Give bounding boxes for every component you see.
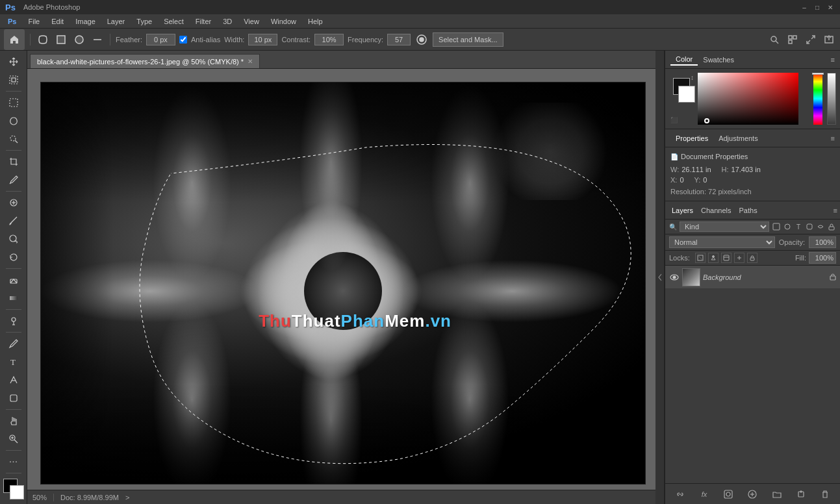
heal-tool[interactable] <box>5 194 22 211</box>
lock-artboard-icon[interactable] <box>721 253 732 263</box>
rect-marquee-icon[interactable] <box>54 32 68 47</box>
pen-tool[interactable] <box>5 335 22 352</box>
color-spectrum[interactable] <box>698 73 808 125</box>
menu-select[interactable]: Select <box>159 16 189 27</box>
menu-view[interactable]: View <box>238 16 264 27</box>
opacity-input[interactable] <box>809 236 836 248</box>
expand-icon[interactable] <box>804 32 818 47</box>
width-input[interactable] <box>248 34 277 45</box>
filter-pixel-icon[interactable] <box>772 222 781 231</box>
layer-visibility-toggle[interactable] <box>669 273 680 282</box>
color-swatches[interactable] <box>3 479 24 499</box>
document-tab[interactable]: black-and-white-pictures-of-flowers-26-1… <box>30 54 260 68</box>
gradient-tool[interactable] <box>5 290 22 307</box>
add-adjustment-button[interactable] <box>746 488 759 501</box>
fx-button[interactable]: fx <box>698 488 711 501</box>
tab-close-button[interactable]: ✕ <box>248 58 253 65</box>
fill-input[interactable] <box>809 252 836 264</box>
move-tool[interactable] <box>5 53 22 70</box>
tab-paths[interactable]: Paths <box>735 205 761 216</box>
tab-channels[interactable]: Channels <box>697 205 735 216</box>
new-layer-button[interactable] <box>795 488 808 501</box>
ellipse-marquee-icon[interactable] <box>72 32 86 47</box>
menu-3d[interactable]: 3D <box>218 16 237 27</box>
zoom-tool[interactable] <box>5 431 22 447</box>
new-group-button[interactable] <box>770 488 783 501</box>
spectrum-gradient[interactable] <box>698 73 798 125</box>
menu-help[interactable]: Help <box>303 16 328 27</box>
quick-select-tool[interactable] <box>5 131 22 147</box>
hand-tool[interactable] <box>5 412 22 429</box>
add-mask-button[interactable] <box>722 488 735 501</box>
contrast-input[interactable] <box>314 34 344 45</box>
lock-position-icon[interactable] <box>734 253 745 263</box>
filter-smart-icon[interactable] <box>816 222 825 231</box>
canvas-wrapper[interactable]: ThuThuatPhanMem.vn <box>27 69 655 490</box>
select-mask-button[interactable]: Select and Mask... <box>433 32 503 47</box>
menu-file[interactable]: File <box>23 16 45 27</box>
crop-tool[interactable] <box>5 153 22 170</box>
menu-image[interactable]: Image <box>70 16 101 27</box>
background-color[interactable] <box>10 485 24 499</box>
shape-tool[interactable] <box>5 390 22 407</box>
menu-type[interactable]: Type <box>131 16 157 27</box>
delete-layer-button[interactable] <box>819 488 832 501</box>
link-layers-button[interactable] <box>674 488 687 501</box>
antialias-checkbox[interactable] <box>179 36 187 44</box>
history-brush[interactable] <box>5 249 22 266</box>
frequency-input[interactable] <box>387 34 411 45</box>
share-icon[interactable] <box>822 32 836 47</box>
tab-swatches[interactable]: Swatches <box>698 55 739 65</box>
lock-transparent-icon[interactable] <box>695 253 706 263</box>
clone-tool[interactable] <box>5 231 22 247</box>
minimize-button[interactable]: – <box>800 3 809 12</box>
background-swatch[interactable] <box>678 86 695 103</box>
layers-panel-options[interactable]: ≡ <box>834 207 837 214</box>
stylus-pressure-icon[interactable] <box>414 32 429 47</box>
nav-arrow[interactable]: > <box>125 494 129 501</box>
blend-mode-select[interactable]: Normal <box>669 236 775 248</box>
properties-panel-options[interactable]: ≡ <box>831 134 835 142</box>
color-panel-options[interactable]: ≡ <box>831 56 835 64</box>
lasso-tool-icon[interactable] <box>36 32 50 47</box>
lasso-tool[interactable] <box>5 112 22 129</box>
menu-ps[interactable]: Ps <box>3 16 21 27</box>
close-button[interactable]: ✕ <box>826 3 835 12</box>
menu-filter[interactable]: Filter <box>190 16 216 27</box>
eraser-tool[interactable] <box>5 271 22 288</box>
artboard-tool[interactable] <box>5 71 22 88</box>
reset-colors[interactable]: ⬛ <box>670 117 678 123</box>
filter-type-icon[interactable]: T <box>794 222 803 231</box>
menu-window[interactable]: Window <box>266 16 301 27</box>
layer-item-background[interactable]: Background <box>665 266 840 289</box>
path-select-tool[interactable] <box>5 372 22 388</box>
tab-color[interactable]: Color <box>670 54 698 66</box>
feather-input[interactable] <box>146 34 175 45</box>
swap-colors[interactable]: ↕ <box>691 74 694 81</box>
maximize-button[interactable]: □ <box>813 3 822 12</box>
alpha-bar[interactable] <box>827 73 836 125</box>
lock-all-icon[interactable] <box>747 253 757 263</box>
search-icon[interactable] <box>767 32 782 47</box>
filter-adjustment-icon[interactable] <box>783 222 792 231</box>
hue-bar[interactable] <box>813 73 822 125</box>
layers-kind-select[interactable]: Kind <box>680 221 769 232</box>
tab-layers[interactable]: Layers <box>668 205 697 216</box>
dodge-tool[interactable] <box>5 312 22 329</box>
tab-adjustments[interactable]: Adjustments <box>713 133 763 144</box>
filter-shape-icon[interactable] <box>805 222 814 231</box>
arrange-icon[interactable] <box>785 32 800 47</box>
menu-layer[interactable]: Layer <box>102 16 131 27</box>
panel-collapse-handle[interactable] <box>655 51 665 504</box>
single-row-icon[interactable] <box>90 32 105 47</box>
brush-tool[interactable] <box>5 212 22 229</box>
home-button[interactable] <box>4 29 25 50</box>
rect-select-tool[interactable] <box>5 94 22 111</box>
eyedropper-tool[interactable] <box>5 171 22 188</box>
more-tools[interactable]: ··· <box>5 453 22 470</box>
filter-lock-icon[interactable] <box>827 222 836 231</box>
lock-image-icon[interactable] <box>708 253 719 263</box>
tab-properties[interactable]: Properties <box>670 133 713 144</box>
text-tool[interactable]: T <box>5 353 22 370</box>
menu-edit[interactable]: Edit <box>46 16 69 27</box>
